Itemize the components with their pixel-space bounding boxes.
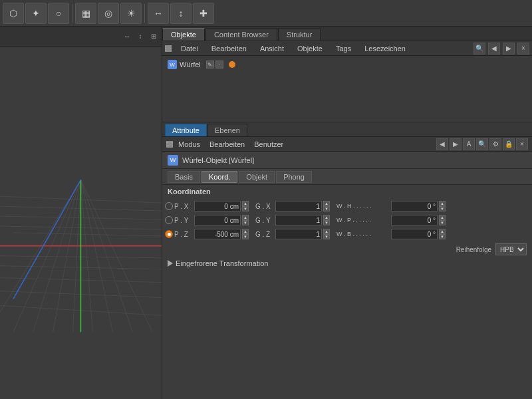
input-wb[interactable]	[391, 229, 438, 239]
object-tree: W Würfel ✎ ·	[162, 56, 532, 122]
input-gy[interactable]	[275, 215, 322, 225]
attr-benutzer[interactable]: Benutzer	[250, 139, 287, 150]
col-group-gz: G . Z ▲ ▼	[255, 229, 330, 239]
input-gx[interactable]	[275, 201, 322, 211]
tree-edit-icon[interactable]: ✎	[206, 61, 214, 68]
spin-down-gz[interactable]: ▼	[323, 234, 330, 239]
input-pz[interactable]	[194, 229, 241, 239]
toolbar-icon-1[interactable]: ⬡	[3, 3, 24, 24]
spin-gx[interactable]: ▲ ▼	[323, 201, 330, 211]
search-icon[interactable]: 🔍	[473, 43, 485, 55]
input-px[interactable]	[194, 201, 241, 211]
label-wb: W . B . . . . . .	[336, 231, 390, 237]
spin-up-wh[interactable]: ▲	[439, 201, 446, 206]
attr-modus[interactable]: Modus	[174, 139, 204, 150]
toolbar-icon-9[interactable]: ✚	[193, 3, 214, 24]
tab-content-browser[interactable]: Content Browser	[205, 28, 277, 41]
spin-up-wp[interactable]: ▲	[439, 215, 446, 220]
viewport-canvas[interactable]: ↖	[0, 47, 162, 399]
prop-tab-koord[interactable]: Koord.	[201, 171, 237, 183]
label-px: P . X	[174, 203, 193, 210]
spin-up-py[interactable]: ▲	[242, 215, 249, 220]
reihenfolge-select[interactable]: HPB PHB PHB	[495, 243, 527, 255]
spin-up-gz[interactable]: ▲	[323, 229, 330, 234]
spin-down-pz[interactable]: ▼	[242, 234, 249, 239]
attr-right-icon[interactable]: ▶	[450, 138, 462, 150]
radio-pz[interactable]	[165, 230, 173, 238]
spin-down-wp[interactable]: ▼	[439, 220, 446, 225]
attr-search-icon[interactable]: 🔍	[476, 138, 488, 150]
radio-py[interactable]	[165, 216, 173, 224]
sub-tab-attribute[interactable]: Attribute	[165, 124, 207, 136]
menu-tags[interactable]: Tags	[332, 43, 355, 54]
eingefrorene-row[interactable]: Eingefrorene Transformation	[162, 257, 532, 270]
spin-up-pz[interactable]: ▲	[242, 229, 249, 234]
top-toolbar: ⬡ ✦ ○ ▦ ◎ ☀ ↔ ↕ ✚	[0, 0, 532, 27]
spin-up-gy[interactable]: ▲	[323, 215, 330, 220]
spin-down-wh[interactable]: ▼	[439, 206, 446, 211]
main-container: ↔ ↕ ⊞	[0, 27, 532, 399]
input-py[interactable]	[194, 215, 241, 225]
nav-right-icon[interactable]: ▶	[503, 43, 515, 55]
prop-grid: P . X ▲ ▼ G . X ▲ ▼	[162, 198, 532, 242]
toolbar-icon-2[interactable]: ✦	[25, 3, 47, 24]
menu-datei[interactable]: Datei	[177, 43, 202, 54]
toolbar-icon-4[interactable]: ▦	[75, 3, 96, 24]
attr-left-icon[interactable]: ◀	[436, 138, 448, 150]
tab-objekte[interactable]: Objekte	[162, 28, 205, 41]
input-gz[interactable]	[275, 229, 322, 239]
viewport-icon-1[interactable]: ↔	[122, 31, 132, 42]
menu-bearbeiten[interactable]: Bearbeiten	[207, 43, 251, 54]
toolbar-icon-3[interactable]: ○	[48, 3, 69, 24]
spin-up-gx[interactable]: ▲	[323, 201, 330, 206]
spin-pz[interactable]: ▲ ▼	[242, 229, 249, 239]
tree-item-wurfel[interactable]: W Würfel ✎ ·	[165, 59, 529, 70]
prop-tab-phong[interactable]: Phong	[276, 171, 312, 183]
menu-objekte[interactable]: Objekte	[293, 43, 327, 54]
grid-svg: ↖	[0, 47, 162, 399]
menu-grid-icon: ⋮⋮	[165, 45, 172, 52]
toolbar-icon-7[interactable]: ↔	[148, 3, 169, 24]
menu-ansicht[interactable]: Ansicht	[256, 43, 288, 54]
input-wp[interactable]	[391, 215, 438, 225]
spin-down-gy[interactable]: ▼	[323, 220, 330, 225]
label-gz: G . Z	[255, 231, 274, 238]
spin-up-px[interactable]: ▲	[242, 201, 249, 206]
prop-tab-objekt[interactable]: Objekt	[239, 171, 275, 183]
attr-close-icon[interactable]: ×	[516, 138, 528, 150]
radio-px[interactable]	[165, 202, 173, 210]
sub-tab-bar: Attribute Ebenen	[162, 122, 532, 137]
spin-down-gx[interactable]: ▼	[323, 206, 330, 211]
tab-struktur[interactable]: Struktur	[278, 28, 321, 41]
spin-gy[interactable]: ▲ ▼	[323, 215, 330, 225]
toolbar-icon-6[interactable]: ☀	[120, 3, 142, 24]
menu-lesezeichen[interactable]: Lesezeichen	[360, 43, 410, 54]
viewport-icon-3[interactable]: ⊞	[148, 31, 159, 42]
spin-wh[interactable]: ▲ ▼	[439, 201, 446, 211]
wurfel-icon: W	[168, 60, 177, 69]
spin-px[interactable]: ▲ ▼	[242, 201, 249, 211]
tree-dot-icon[interactable]: ·	[215, 61, 223, 68]
prop-tab-basis[interactable]: Basis	[168, 171, 200, 183]
col-group-gy: G . Y ▲ ▼	[255, 215, 330, 225]
sub-tab-ebenen[interactable]: Ebenen	[207, 124, 247, 136]
attr-lock-icon[interactable]: 🔒	[503, 138, 515, 150]
spin-down-px[interactable]: ▼	[242, 206, 249, 211]
viewport-panel: ↔ ↕ ⊞	[0, 27, 162, 399]
viewport-icon-2[interactable]: ↕	[135, 31, 146, 42]
nav-left-icon[interactable]: ◀	[488, 43, 500, 55]
toolbar-icon-8[interactable]: ↕	[170, 3, 192, 24]
close-icon[interactable]: ×	[517, 43, 529, 55]
toolbar-icon-5[interactable]: ◎	[98, 3, 119, 24]
spin-up-wb[interactable]: ▲	[439, 229, 446, 234]
input-wh[interactable]	[391, 201, 438, 211]
attr-bearbeiten[interactable]: Bearbeiten	[205, 139, 249, 150]
spin-wb[interactable]: ▲ ▼	[439, 229, 446, 239]
spin-gz[interactable]: ▲ ▼	[323, 229, 330, 239]
attr-gear-icon[interactable]: ⚙	[489, 138, 501, 150]
attr-a-icon[interactable]: A	[463, 138, 475, 150]
spin-down-wb[interactable]: ▼	[439, 234, 446, 239]
spin-py[interactable]: ▲ ▼	[242, 215, 249, 225]
spin-wp[interactable]: ▲ ▼	[439, 215, 446, 225]
spin-down-py[interactable]: ▼	[242, 220, 249, 225]
